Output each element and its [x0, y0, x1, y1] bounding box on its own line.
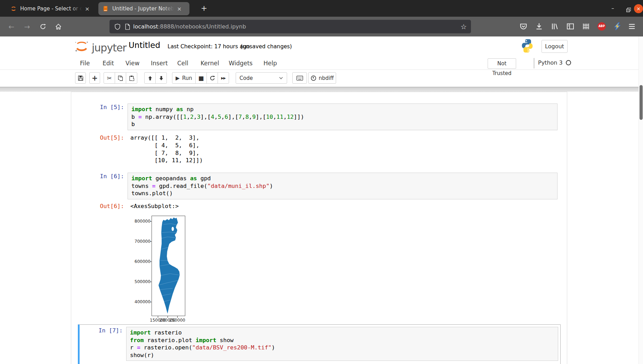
nbdiff-label: nbdiff: [319, 75, 334, 81]
logout-button[interactable]: Logout: [542, 40, 568, 53]
cell-type-value: Code: [239, 75, 253, 81]
menu-cell[interactable]: Cell: [177, 60, 188, 67]
code-input-area[interactable]: import geopandas as gpdtowns = gpd.read_…: [128, 173, 557, 199]
cut-icon: ✂: [107, 75, 112, 82]
output-text: <AxesSubplot:>: [130, 202, 179, 210]
restart-kernel-button[interactable]: [206, 72, 218, 84]
command-palette-button[interactable]: [292, 72, 307, 84]
tab-home-page[interactable]: Home Page - Select or cre ×: [6, 2, 95, 15]
code-input-area[interactable]: import numpy as npb = np.array([[1,2,3],…: [128, 104, 557, 130]
trust-status-button[interactable]: Not Trusted: [488, 58, 516, 69]
paste-button[interactable]: [126, 72, 137, 84]
code-cell-in7[interactable]: In [7]: import rasteriofrom rasterio.plo…: [80, 327, 560, 361]
kernel-name: Python 3: [538, 59, 563, 66]
chevron-down-icon: [279, 76, 283, 80]
menu-help[interactable]: Help: [263, 60, 277, 67]
kernel-indicator: Python 3: [538, 59, 571, 66]
abp-icon[interactable]: ABP: [597, 22, 606, 31]
pocket-icon[interactable]: [519, 22, 528, 31]
tab-close-icon[interactable]: ×: [176, 6, 183, 12]
bookmark-star-icon[interactable]: ☆: [461, 23, 467, 31]
download-icon[interactable]: [535, 22, 543, 31]
stop-icon: ■: [198, 75, 204, 82]
save-icon: [78, 75, 83, 81]
input-prompt: In [6]:: [71, 173, 128, 199]
window-maximize-button[interactable]: [624, 4, 633, 13]
copy-icon: [118, 75, 123, 81]
page-scrollbar[interactable]: [638, 36, 643, 364]
notebook-favicon: [103, 6, 109, 12]
y-tick-label: 500000: [135, 279, 150, 284]
reload-button[interactable]: [38, 22, 48, 32]
code-cell-in6[interactable]: In [6]: import geopandas as gpdtowns = g…: [71, 173, 567, 199]
stop-button[interactable]: ■: [195, 72, 207, 84]
tab-untitled-notebook[interactable]: Untitled - Jupyter Notebo ×: [98, 2, 189, 15]
cell-type-select[interactable]: Code: [236, 72, 287, 84]
jupyter-favicon: [10, 6, 17, 12]
menu-kernel[interactable]: Kernel: [201, 60, 219, 67]
arrow-down-icon: [159, 76, 164, 81]
paste-icon: [129, 75, 134, 81]
page-icon[interactable]: [125, 24, 130, 30]
new-tab-button[interactable]: +: [199, 3, 209, 14]
run-button[interactable]: ▶ Run: [172, 72, 196, 84]
restart-run-all-button[interactable]: ▶▶: [218, 72, 229, 84]
move-cell-down-button[interactable]: [155, 72, 167, 84]
menu-edit[interactable]: Edit: [103, 60, 114, 67]
restore-icon: [626, 8, 631, 12]
notebook-title[interactable]: Untitled: [129, 41, 160, 50]
tab-close-icon[interactable]: ×: [83, 6, 91, 12]
x-tick-label: 250000: [169, 318, 185, 323]
cut-button[interactable]: ✂: [104, 72, 115, 84]
menu-view[interactable]: View: [125, 60, 139, 67]
code-cell-in5[interactable]: In [5]: import numpy as npb = np.array([…: [71, 104, 567, 130]
output-text: array([[ 1, 2, 3], [ 4, 5, 6], [ 7, 8, 9…: [130, 134, 203, 164]
grid-icon[interactable]: [582, 22, 590, 31]
copy-button[interactable]: [115, 72, 126, 84]
y-tick-label: 700000: [135, 239, 150, 244]
reload-icon: [40, 23, 46, 30]
window-close-button[interactable]: ×: [634, 4, 643, 13]
run-label: Run: [182, 75, 192, 81]
scrollbar-thumb[interactable]: [640, 85, 643, 120]
menu-widgets[interactable]: Widgets: [229, 60, 253, 67]
output-prompt: Out[6]:: [71, 202, 128, 210]
menu-icon[interactable]: [628, 22, 636, 31]
jupyter-logo[interactable]: jupyter: [74, 40, 127, 53]
output-prompt: Out[5]:: [71, 134, 128, 164]
unsaved-changes-status: (unsaved changes): [241, 43, 292, 50]
code-input-area[interactable]: import rasteriofrom rasterio.plot import…: [126, 327, 558, 361]
browser-titlebar: Home Page - Select or cre × Untitled - J…: [0, 0, 643, 17]
clock-icon: [311, 75, 316, 81]
add-cell-button[interactable]: +: [89, 72, 100, 84]
shield-icon[interactable]: [114, 23, 121, 30]
jupyter-logo-icon: [74, 40, 90, 53]
header-divider: [0, 87, 643, 92]
sidebar-icon[interactable]: [566, 22, 575, 31]
y-tick-label: 800000: [135, 219, 150, 224]
forward-button[interactable]: →: [22, 22, 32, 32]
window-minimize-button[interactable]: –: [608, 4, 617, 13]
lightning-icon[interactable]: [613, 22, 621, 31]
tab-title: Home Page - Select or cre: [20, 6, 82, 12]
menu-file[interactable]: File: [80, 60, 90, 67]
y-tick-label: 600000: [135, 259, 150, 264]
jupyter-logo-text: jupyter: [92, 43, 127, 53]
home-icon: [55, 23, 62, 30]
move-cell-group: [144, 72, 167, 84]
selected-code-cell-in7[interactable]: In [7]: import rasteriofrom rasterio.plo…: [78, 324, 561, 364]
back-button[interactable]: ←: [6, 22, 17, 32]
url-text[interactable]: localhost:8888/notebooks/Untitled.ipynb: [133, 23, 246, 30]
checkpoint-status: Last Checkpoint: 17 hours ago: [168, 43, 250, 50]
plot-axes: [152, 216, 185, 316]
nbdiff-button[interactable]: nbdiff: [308, 72, 336, 84]
url-bar[interactable]: localhost:8888/notebooks/Untitled.ipynb …: [109, 20, 471, 33]
library-icon[interactable]: [551, 22, 559, 31]
home-button[interactable]: [53, 22, 64, 32]
menu-insert[interactable]: Insert: [151, 60, 168, 67]
save-button[interactable]: [75, 72, 86, 84]
run-group: ▶ Run ■ ▶▶: [172, 72, 229, 84]
move-cell-up-button[interactable]: [144, 72, 156, 84]
python-logo: [520, 39, 534, 55]
jupyter-page: jupyter Untitled Last Checkpoint: 17 hou…: [0, 36, 643, 364]
